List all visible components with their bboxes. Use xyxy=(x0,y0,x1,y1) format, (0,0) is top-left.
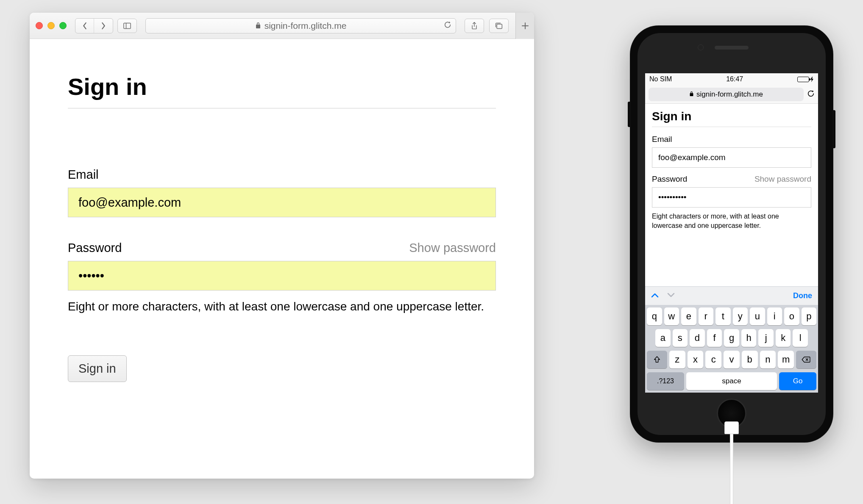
front-camera xyxy=(698,44,704,50)
toolbar-right xyxy=(465,19,509,33)
key-n[interactable]: n xyxy=(760,351,776,368)
lock-icon xyxy=(689,90,694,99)
space-key[interactable]: space xyxy=(686,372,777,390)
signin-button[interactable]: Sign in xyxy=(68,355,127,382)
page-title: Sign in xyxy=(68,73,496,108)
address-bar[interactable]: signin-form.glitch.me xyxy=(145,18,456,33)
battery-indicator xyxy=(797,77,814,82)
ios-keyboard: qwertyuiop asdfghjkl zxcvbnm .?123 space… xyxy=(645,305,818,393)
email-group: Email xyxy=(68,168,496,217)
key-j[interactable]: j xyxy=(758,329,774,347)
close-window-button[interactable] xyxy=(36,22,43,29)
svg-rect-2 xyxy=(497,24,502,28)
email-group: Email xyxy=(652,135,811,168)
ios-url-bar: signin-form.glitch.me xyxy=(645,85,818,104)
ios-url-text: signin-form.glitch.me xyxy=(696,90,763,99)
password-hint: Eight characters or more, with at least … xyxy=(652,212,811,230)
key-m[interactable]: m xyxy=(778,351,794,368)
email-field[interactable] xyxy=(68,188,496,217)
key-p[interactable]: p xyxy=(802,307,817,325)
prev-field-button[interactable] xyxy=(651,292,659,300)
ios-page-content: Sign in Email Password Show password Eig… xyxy=(645,104,818,286)
key-x[interactable]: x xyxy=(688,351,704,368)
password-field[interactable] xyxy=(652,187,811,208)
key-a[interactable]: a xyxy=(655,329,671,347)
email-label: Email xyxy=(68,168,99,182)
ios-status-bar: No SIM 16:47 xyxy=(645,73,818,85)
iphone-screen: No SIM 16:47 signin-form.glitch.me xyxy=(645,73,818,393)
show-password-toggle[interactable]: Show password xyxy=(754,174,811,184)
password-label: Password xyxy=(68,241,122,255)
keyboard-done-button[interactable]: Done xyxy=(793,291,812,300)
back-button[interactable] xyxy=(75,19,94,33)
password-group: Password Show password Eight or more cha… xyxy=(68,241,496,315)
key-t[interactable]: t xyxy=(715,307,731,325)
keyboard-row-1: qwertyuiop xyxy=(647,307,816,325)
window-controls xyxy=(36,22,67,29)
password-hint: Eight or more characters, with at least … xyxy=(68,298,496,315)
key-r[interactable]: r xyxy=(699,307,714,325)
carrier-text: No SIM xyxy=(649,75,672,83)
iphone-device: No SIM 16:47 signin-form.glitch.me xyxy=(630,25,833,443)
key-g[interactable]: g xyxy=(724,329,739,347)
key-h[interactable]: h xyxy=(741,329,757,347)
password-field[interactable] xyxy=(68,261,496,291)
keyboard-accessory-bar: Done xyxy=(645,286,818,305)
safari-toolbar: signin-form.glitch.me xyxy=(30,13,534,39)
password-group: Password Show password Eight characters … xyxy=(652,174,811,230)
reload-button[interactable] xyxy=(444,20,451,31)
key-y[interactable]: y xyxy=(733,307,748,325)
key-c[interactable]: c xyxy=(705,351,721,368)
sidebar-button[interactable] xyxy=(117,19,137,33)
svg-rect-0 xyxy=(124,23,131,28)
share-button[interactable] xyxy=(465,19,484,33)
minimize-window-button[interactable] xyxy=(47,22,55,29)
key-w[interactable]: w xyxy=(664,307,679,325)
forward-button[interactable] xyxy=(94,19,113,33)
lightning-cable xyxy=(724,421,739,504)
nav-back-forward xyxy=(75,18,113,33)
key-u[interactable]: u xyxy=(750,307,765,325)
show-password-toggle[interactable]: Show password xyxy=(409,241,496,255)
key-k[interactable]: k xyxy=(776,329,791,347)
go-key[interactable]: Go xyxy=(779,372,816,390)
charging-icon xyxy=(810,77,814,82)
new-tab-button[interactable] xyxy=(515,13,534,39)
numbers-key[interactable]: .?123 xyxy=(647,372,684,390)
password-label: Password xyxy=(652,174,687,184)
key-b[interactable]: b xyxy=(742,351,758,368)
page-title: Sign in xyxy=(652,110,811,127)
key-d[interactable]: d xyxy=(690,329,705,347)
safari-window: signin-form.glitch.me Sign in Email xyxy=(30,13,534,479)
key-s[interactable]: s xyxy=(673,329,688,347)
keyboard-row-2: asdfghjkl xyxy=(647,329,816,347)
next-field-button[interactable] xyxy=(667,292,675,300)
lock-icon xyxy=(255,21,261,31)
fullscreen-window-button[interactable] xyxy=(59,22,67,29)
key-o[interactable]: o xyxy=(784,307,799,325)
ios-address-bar[interactable]: signin-form.glitch.me xyxy=(649,88,804,101)
earpiece xyxy=(715,46,749,50)
reload-button[interactable] xyxy=(807,89,815,100)
key-i[interactable]: i xyxy=(767,307,782,325)
key-v[interactable]: v xyxy=(724,351,740,368)
key-q[interactable]: q xyxy=(647,307,662,325)
key-f[interactable]: f xyxy=(707,329,722,347)
key-z[interactable]: z xyxy=(669,351,685,368)
keyboard-row-3: zxcvbnm xyxy=(647,351,816,368)
backspace-key[interactable] xyxy=(796,351,816,368)
status-time: 16:47 xyxy=(726,75,743,83)
key-e[interactable]: e xyxy=(681,307,696,325)
url-text: signin-form.glitch.me xyxy=(264,21,347,31)
page-content: Sign in Email Password Show password Eig… xyxy=(30,39,534,399)
email-label: Email xyxy=(652,135,672,144)
email-field[interactable] xyxy=(652,147,811,168)
tabs-button[interactable] xyxy=(489,19,509,33)
shift-key[interactable] xyxy=(647,351,667,368)
key-l[interactable]: l xyxy=(793,329,808,347)
